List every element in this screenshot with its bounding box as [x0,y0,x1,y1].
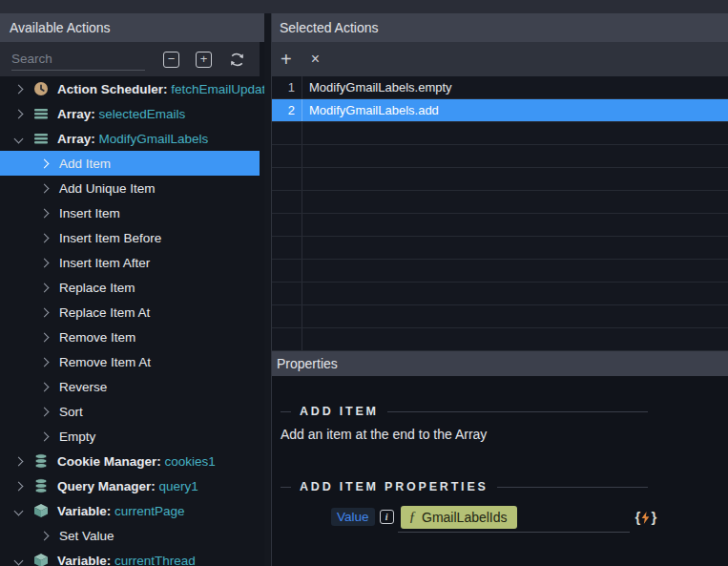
table-row-selected[interactable]: 2 ModifyGmailLabels.add [272,99,728,122]
chevron-right-icon[interactable] [40,208,50,218]
tree-item-insert-item[interactable]: Insert Item [0,200,260,225]
tree-item-action-scheduler[interactable]: Action Scheduler: fetchEmailUpdates [0,76,260,101]
open-brace: { [635,510,641,525]
table-empty-row [272,260,728,283]
chevron-right-icon[interactable] [14,109,24,118]
chevron-right-icon[interactable] [40,283,50,292]
tree-item-value: currentThread [114,554,196,566]
app-window: Available Actions − + [0,0,728,566]
tree-item-label: Replace Item [59,281,135,295]
tree-item-array-modifygmaillabels[interactable]: Array: ModifyGmailLabels [0,126,260,151]
tree-item-label: Variable: [57,554,111,566]
selected-actions-title: Selected Actions [280,20,379,35]
tree-item-label: Query Manager: [57,479,156,493]
table-empty-row [272,145,728,168]
chevron-down-icon[interactable] [14,134,24,143]
section-title: ADD ITEM PROPERTIES [300,480,489,493]
refresh-icon [228,51,246,69]
table-empty-row [272,214,728,237]
collapse-all-icon: − [168,52,176,66]
chevron-down-icon[interactable] [14,556,24,565]
chevron-right-icon[interactable] [40,332,50,342]
chevron-right-icon[interactable] [40,258,50,267]
tree-item-cookie-manager[interactable]: Cookie Manager: cookies1 [0,449,260,473]
value-field-label: Value [331,508,375,526]
tree-item-label: Array: [57,132,95,146]
chevron-right-icon[interactable] [40,357,50,367]
actions-tree: Action Scheduler: fetchEmailUpdates Arra… [0,76,264,566]
lightning-bolt-icon [641,512,650,524]
function-chip[interactable]: ƒ GmailLabelIds [401,506,517,529]
properties-body: ADD ITEM Add an item at the end to the A… [272,376,728,566]
refresh-button[interactable] [228,51,246,69]
search-box[interactable] [11,48,145,71]
function-chip-text: GmailLabelIds [422,510,508,525]
chevron-right-icon[interactable] [40,183,50,193]
tree-item-label: Replace Item At [59,305,150,320]
properties-header: Properties [272,351,728,376]
tree-item-array-selectedemails[interactable]: Array: selectedEmails [0,101,260,126]
available-actions-panel: Available Actions − + [0,13,264,566]
tree-item-replace-item-at[interactable]: Replace Item At [0,300,260,325]
chevron-right-icon[interactable] [40,382,50,391]
tree-item-label: Add Unique Item [59,181,156,196]
chevron-right-icon[interactable] [14,481,24,491]
chevron-right-icon[interactable] [40,407,50,416]
tree-item-variable-currentpage[interactable]: Variable: currentPage [0,498,260,523]
tree-item-label: Set Value [59,529,114,543]
selected-actions-header: Selected Actions [272,13,728,42]
panel-divider [264,13,271,566]
available-actions-title: Available Actions [10,20,111,35]
table-empty-row [272,191,728,214]
close-brace: } [651,510,656,525]
add-action-button[interactable]: + [281,51,292,68]
chevron-right-icon[interactable] [40,233,50,242]
info-icon[interactable]: i [380,510,394,524]
tree-item-value: cookies1 [165,454,216,469]
table-row[interactable]: 1 ModifyGmailLabels.empty [272,76,728,99]
tree-item-sort[interactable]: Sort [0,399,260,424]
tree-item-query-manager[interactable]: Query Manager: query1 [0,473,260,498]
tree-item-label: Insert Item After [59,256,150,270]
expand-all-button[interactable]: + [196,52,212,68]
search-input[interactable] [11,48,145,70]
tree-item-set-value[interactable]: Set Value [0,523,260,548]
tree-item-variable-currentthread[interactable]: Variable: currentThread [0,548,260,566]
tree-item-label: Empty [59,430,95,444]
value-input-field[interactable]: ƒ GmailLabelIds [398,506,630,533]
chevron-right-icon[interactable] [40,307,50,317]
collapse-all-button[interactable]: − [163,52,179,68]
tree-item-replace-item[interactable]: Replace Item [0,275,260,300]
chevron-right-icon[interactable] [40,531,50,540]
chevron-down-icon[interactable] [14,506,24,515]
tree-item-insert-item-before[interactable]: Insert Item Before [0,225,260,250]
table-empty-row [272,328,728,351]
chevron-right-icon[interactable] [14,456,24,466]
chevron-right-icon[interactable] [40,431,50,441]
database-icon [33,478,49,493]
selected-actions-table: 1 ModifyGmailLabels.empty 2 ModifyGmailL… [272,76,728,351]
tree-item-label: Cookie Manager: [57,454,161,469]
table-empty-row [272,283,728,305]
properties-title: Properties [277,356,338,371]
chevron-right-icon[interactable] [40,158,50,168]
available-actions-header: Available Actions [0,13,264,42]
tree-item-empty[interactable]: Empty [0,424,260,449]
section-title: ADD ITEM [300,405,379,418]
tree-item-remove-item-at[interactable]: Remove Item At [0,349,260,374]
tree-item-insert-item-after[interactable]: Insert Item After [0,250,260,275]
expression-editor-button[interactable]: { } [635,510,657,525]
tree-item-reverse[interactable]: Reverse [0,374,260,399]
table-empty-row [272,168,728,191]
remove-action-button[interactable]: × [311,51,320,68]
tree-item-remove-item[interactable]: Remove Item [0,325,260,349]
tree-item-label: Array: [57,107,95,121]
chevron-right-icon[interactable] [14,84,24,94]
tree-item-label: Sort [59,405,83,419]
clock-icon [33,81,49,96]
tree-item-value: currentPage [114,504,185,518]
tree-item-add-item[interactable]: Add Item [0,151,260,176]
tree-item-label: Reverse [59,380,107,394]
tree-item-label: Variable: [57,504,111,518]
tree-item-add-unique-item[interactable]: Add Unique Item [0,176,260,200]
